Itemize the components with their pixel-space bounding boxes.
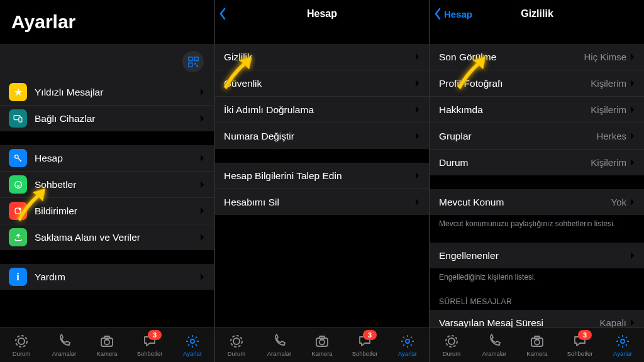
- settings-icon: [615, 334, 630, 349]
- tab-camera[interactable]: Kamera: [86, 328, 128, 362]
- row-linked-devices[interactable]: Bağlı Cihazlar: [0, 106, 214, 131]
- tab-camera[interactable]: Kamera: [301, 328, 343, 362]
- row-label: Profil Fotoğrafı: [439, 78, 591, 89]
- row-profile-photo[interactable]: Profil FotoğrafıKişilerim: [430, 70, 644, 97]
- chevron-right-icon: [630, 132, 635, 140]
- row-groups[interactable]: GruplarHerkes: [430, 123, 644, 150]
- back-label: Hesap: [444, 9, 472, 19]
- chevron-right-icon: [415, 79, 420, 87]
- tab-settings[interactable]: Ayarlar: [171, 328, 214, 362]
- chevron-right-icon: [415, 198, 420, 206]
- notification-icon: [9, 202, 27, 220]
- row-live-location[interactable]: Mevcut KonumYok: [430, 189, 644, 215]
- qr-icon: [188, 57, 199, 67]
- tab-label: Sohbetler: [352, 350, 378, 357]
- row-label: Hesap: [35, 153, 200, 164]
- svg-rect-6: [188, 57, 192, 60]
- chevron-right-icon: [415, 53, 420, 61]
- row-request-info[interactable]: Hesap Bilgilerini Talep Edin: [215, 163, 429, 189]
- chevron-right-icon: [200, 114, 205, 123]
- row-label: Hakkımda: [439, 104, 591, 116]
- row-label: Engellenenler: [439, 250, 630, 261]
- row-about[interactable]: HakkımdaKişilerim: [430, 97, 644, 123]
- chevron-right-icon: [200, 273, 205, 281]
- tabbar: Durum Aramalar Kamera Sohbetler3 Ayarlar: [0, 327, 214, 362]
- tab-status[interactable]: Durum: [430, 328, 473, 362]
- row-storage[interactable]: Saklama Alanı ve Veriler: [0, 224, 214, 250]
- chevron-right-icon: [630, 53, 635, 61]
- row-chats[interactable]: Sohbetler: [0, 172, 214, 198]
- qr-button[interactable]: [182, 51, 204, 72]
- row-last-seen[interactable]: Son GörülmeHiç Kimse: [430, 44, 644, 70]
- chevron-left-icon: [219, 8, 226, 20]
- svg-rect-7: [194, 57, 198, 60]
- row-delete-account[interactable]: Hesabımı Sil: [215, 189, 429, 215]
- calls-icon: [57, 334, 72, 349]
- row-value: Kapalı: [599, 317, 626, 327]
- svg-rect-10: [196, 65, 198, 67]
- svg-rect-12: [19, 117, 22, 122]
- section-header-timed: SÜRELİ MESAJLAR: [430, 282, 644, 310]
- tab-label: Durum: [13, 350, 31, 357]
- tab-camera[interactable]: Kamera: [516, 328, 558, 362]
- profile-strip[interactable]: [0, 44, 214, 79]
- row-security[interactable]: Güvenlik: [215, 70, 429, 97]
- row-blocked[interactable]: Engellenenler: [430, 243, 644, 268]
- tab-chats[interactable]: Sohbetler3: [558, 328, 601, 362]
- row-value: Kişilerim: [591, 104, 626, 115]
- screen-privacy: Hesap Gizlilik Son GörülmeHiç Kimse Prof…: [430, 0, 644, 362]
- row-account[interactable]: Hesap: [0, 145, 214, 172]
- row-value: Hiç Kimse: [584, 52, 626, 62]
- tab-label: Sohbetler: [567, 350, 593, 357]
- row-value: Kişilerim: [591, 78, 626, 89]
- tab-label: Sohbetler: [137, 350, 163, 357]
- chevron-right-icon: [200, 233, 205, 241]
- screen-account: Hesap Gizlilik Güvenlik İki Adımlı Doğru…: [215, 0, 429, 362]
- row-privacy[interactable]: Gizlilik: [215, 44, 429, 70]
- back-button[interactable]: [219, 0, 229, 28]
- tab-label: Ayarlar: [398, 350, 417, 357]
- tab-calls[interactable]: Aramalar: [258, 328, 301, 362]
- row-value: Herkes: [596, 131, 626, 141]
- settings-icon: [185, 334, 200, 349]
- row-default-timer[interactable]: Varsayılan Mesaj SüresiKapalı: [430, 310, 644, 327]
- camera-icon: [99, 334, 114, 349]
- row-label: Bağlı Cihazlar: [35, 113, 200, 124]
- chevron-left-icon: [434, 8, 441, 20]
- tab-label: Durum: [228, 350, 246, 357]
- whatsapp-icon: [9, 175, 27, 194]
- status-icon: [444, 334, 459, 349]
- row-change-number[interactable]: Numara Değiştir: [215, 123, 429, 149]
- info-icon: i: [9, 268, 27, 286]
- row-help[interactable]: i Yardım: [0, 264, 214, 290]
- tab-status[interactable]: Durum: [215, 328, 258, 362]
- camera-icon: [530, 334, 545, 349]
- tab-label: Durum: [443, 350, 461, 357]
- chats-badge: 3: [578, 330, 592, 340]
- account-content: Gizlilik Güvenlik İki Adımlı Doğrulama N…: [215, 28, 429, 327]
- tabbar: Durum Aramalar Kamera Sohbetler3 Ayarlar: [430, 327, 644, 362]
- tab-chats[interactable]: Sohbetler3: [128, 328, 171, 362]
- row-status[interactable]: DurumKişilerim: [430, 150, 644, 175]
- tab-settings[interactable]: Ayarlar: [601, 328, 644, 362]
- svg-point-13: [14, 155, 18, 158]
- row-label: İki Adımlı Doğrulama: [224, 104, 415, 116]
- tab-chats[interactable]: Sohbetler3: [343, 328, 386, 362]
- tab-label: Aramalar: [52, 350, 77, 357]
- row-two-step[interactable]: İki Adımlı Doğrulama: [215, 97, 429, 123]
- row-label: Gizlilik: [224, 52, 415, 63]
- svg-point-16: [19, 208, 21, 211]
- tab-status[interactable]: Durum: [0, 328, 43, 362]
- tab-label: Ayarlar: [183, 350, 202, 357]
- tab-label: Ayarlar: [613, 350, 632, 357]
- row-starred[interactable]: ★ Yıldızlı Mesajlar: [0, 79, 214, 106]
- tab-calls[interactable]: Aramalar: [43, 328, 86, 362]
- header-title: Gizlilik: [521, 8, 553, 19]
- row-notifications[interactable]: Bildirimler: [0, 198, 214, 224]
- key-icon: [9, 149, 27, 167]
- tab-calls[interactable]: Aramalar: [473, 328, 516, 362]
- row-label: Hesap Bilgilerini Talep Edin: [224, 170, 415, 182]
- tab-settings[interactable]: Ayarlar: [386, 328, 429, 362]
- devices-icon: [9, 109, 27, 128]
- back-button[interactable]: Hesap: [434, 0, 472, 28]
